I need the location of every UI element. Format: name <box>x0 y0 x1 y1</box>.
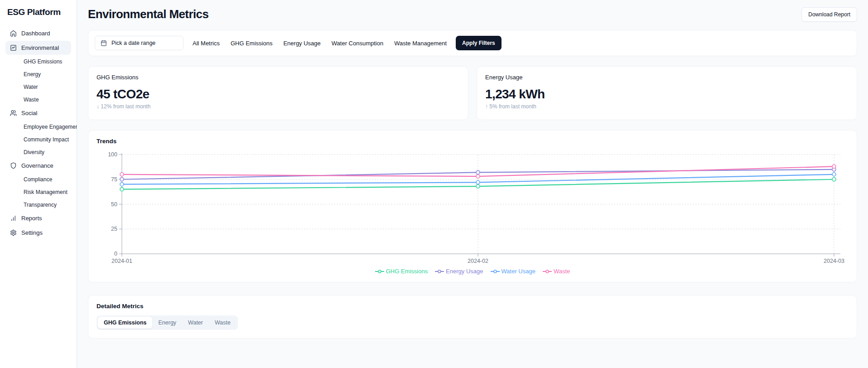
trends-chart[interactable]: 02550751002024-012024-022024-03 GHG Emis… <box>96 151 849 275</box>
tab-energy[interactable]: Energy <box>152 317 182 329</box>
sidebar-subitem-waste[interactable]: Waste <box>5 93 71 106</box>
sidebar-item-environmental[interactable]: Environmental <box>5 41 71 55</box>
legend-line-icon <box>491 269 500 274</box>
filter-bar: Pick a date range All MetricsGHG Emissio… <box>88 30 857 56</box>
filter-option-all-metrics[interactable]: All Metrics <box>193 40 220 47</box>
svg-text:2024-03: 2024-03 <box>824 258 844 264</box>
metric-value: 1,234 kWh <box>485 87 849 102</box>
sidebar-item-settings[interactable]: Settings <box>5 226 71 240</box>
sidebar-item-label: Governance <box>21 162 53 169</box>
legend-label: Waste <box>554 268 570 275</box>
shield-icon <box>10 162 17 169</box>
gear-icon <box>10 229 17 236</box>
download-report-button[interactable]: Download Report <box>801 7 857 22</box>
sidebar-item-label: Environmental <box>21 44 59 51</box>
svg-text:2024-01: 2024-01 <box>111 258 132 264</box>
sidebar: ESG Platform DashboardEnvironmentalGHG E… <box>0 0 77 368</box>
legend-item-energy-usage: Energy Usage <box>435 268 483 275</box>
filter-options: All MetricsGHG EmissionsEnergy UsageWate… <box>193 40 447 47</box>
sidebar-item-label: Settings <box>21 229 43 236</box>
legend-label: GHG Emissions <box>386 268 428 275</box>
svg-text:75: 75 <box>111 176 117 183</box>
metric-delta: ↓ 12% from last month <box>96 103 460 110</box>
metric-value: 45 tCO2e <box>96 87 460 102</box>
svg-text:100: 100 <box>108 151 117 158</box>
calendar-icon <box>101 40 107 46</box>
sidebar-item-reports[interactable]: Reports <box>5 211 71 225</box>
sidebar-subitem-community-impact[interactable]: Community Impact <box>5 133 71 146</box>
sidebar-item-label: Dashboard <box>21 30 50 37</box>
sidebar-subitem-transparency[interactable]: Transparency <box>5 199 71 211</box>
metric-label: Energy Usage <box>485 74 849 81</box>
metric-cards-row: GHG Emissions 45 tCO2e ↓ 12% from last m… <box>88 66 857 120</box>
sidebar-subitem-water[interactable]: Water <box>5 81 71 93</box>
svg-text:25: 25 <box>111 226 117 232</box>
legend-label: Water Usage <box>502 268 535 275</box>
filter-option-waste-management[interactable]: Waste Management <box>394 40 447 47</box>
sidebar-subitem-diversity[interactable]: Diversity <box>5 146 71 159</box>
detailed-metrics-title: Detailed Metrics <box>96 303 849 310</box>
sidebar-item-social[interactable]: Social <box>5 106 71 120</box>
main-content: Environmental Metrics Download Report Pi… <box>77 0 868 368</box>
sidebar-item-governance[interactable]: Governance <box>5 159 71 173</box>
sidebar-subitem-energy[interactable]: Energy <box>5 68 71 81</box>
line-chart-icon <box>10 44 17 51</box>
legend-line-icon <box>543 269 552 274</box>
page-title: Environmental Metrics <box>88 7 208 21</box>
app-root: ESG Platform DashboardEnvironmentalGHG E… <box>0 0 868 368</box>
line-chart-canvas: 02550751002024-012024-022024-03 <box>96 151 849 265</box>
filter-option-ghg-emissions[interactable]: GHG Emissions <box>231 40 272 47</box>
filter-option-water-consumption[interactable]: Water Consumption <box>332 40 383 47</box>
legend-line-icon <box>375 269 384 274</box>
tab-water[interactable]: Water <box>182 317 209 329</box>
legend-label: Energy Usage <box>446 268 483 275</box>
metric-card-ghg: GHG Emissions 45 tCO2e ↓ 12% from last m… <box>88 66 468 120</box>
legend-item-water-usage: Water Usage <box>491 268 535 275</box>
tab-ghg-emissions[interactable]: GHG Emissions <box>98 317 152 329</box>
detailed-metrics-card: Detailed Metrics GHG EmissionsEnergyWate… <box>88 295 857 339</box>
legend-item-waste: Waste <box>543 268 570 275</box>
trends-card: Trends 02550751002024-012024-022024-03 G… <box>88 130 857 282</box>
sidebar-item-label: Social <box>21 110 37 116</box>
tab-waste[interactable]: Waste <box>209 317 236 329</box>
sidebar-nav: DashboardEnvironmentalGHG EmissionsEnerg… <box>5 26 71 240</box>
date-range-placeholder: Pick a date range <box>111 40 155 46</box>
legend-item-ghg-emissions: GHG Emissions <box>375 268 428 275</box>
users-icon <box>10 110 17 116</box>
sidebar-subitem-ghg-emissions[interactable]: GHG Emissions <box>5 55 71 68</box>
metric-label: GHG Emissions <box>96 74 460 81</box>
app-title: ESG Platform <box>5 6 71 26</box>
svg-text:0: 0 <box>114 251 117 257</box>
trends-title: Trends <box>96 138 849 145</box>
metric-card-energy: Energy Usage 1,234 kWh ↑ 5% from last mo… <box>477 66 857 120</box>
date-range-input[interactable]: Pick a date range <box>95 36 183 50</box>
detailed-metrics-tabs: GHG EmissionsEnergyWaterWaste <box>96 315 238 330</box>
sidebar-item-dashboard[interactable]: Dashboard <box>5 26 71 40</box>
sidebar-subitem-risk-management[interactable]: Risk Management <box>5 186 71 199</box>
sidebar-subitem-compliance[interactable]: Compliance <box>5 173 71 186</box>
chart-legend: GHG EmissionsEnergy UsageWater UsageWast… <box>96 268 849 275</box>
sidebar-subitem-employee-engagement[interactable]: Employee Engagement <box>5 121 71 133</box>
bar-chart-icon <box>10 215 17 222</box>
metric-delta: ↑ 5% from last month <box>485 103 849 110</box>
page-header: Environmental Metrics Download Report <box>88 7 857 22</box>
svg-text:50: 50 <box>111 201 117 208</box>
apply-filters-button[interactable]: Apply Filters <box>456 36 502 50</box>
filter-option-energy-usage[interactable]: Energy Usage <box>283 40 320 47</box>
legend-line-icon <box>435 269 444 274</box>
sidebar-item-label: Reports <box>21 215 42 222</box>
home-icon <box>10 30 17 37</box>
svg-text:2024-02: 2024-02 <box>468 258 488 264</box>
